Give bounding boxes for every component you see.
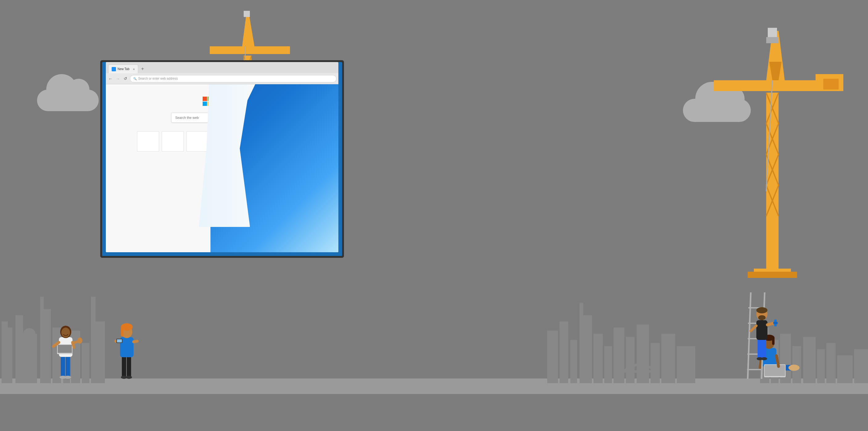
svg-rect-22 bbox=[626, 337, 634, 383]
svg-rect-95 bbox=[117, 339, 122, 342]
svg-rect-91 bbox=[121, 327, 123, 336]
svg-rect-60 bbox=[210, 46, 290, 54]
svg-point-99 bbox=[64, 376, 71, 379]
svg-rect-13 bbox=[23, 334, 35, 383]
svg-rect-97 bbox=[66, 356, 70, 377]
tab-label: New Tab bbox=[118, 67, 129, 71]
new-tab-button[interactable]: + bbox=[139, 65, 146, 73]
cloud-left bbox=[37, 89, 99, 111]
svg-point-79 bbox=[758, 315, 766, 320]
svg-rect-32 bbox=[803, 337, 815, 383]
svg-point-108 bbox=[78, 338, 82, 344]
svg-rect-16 bbox=[570, 340, 577, 383]
svg-rect-53 bbox=[768, 28, 777, 37]
svg-rect-36 bbox=[854, 349, 868, 383]
svg-line-93 bbox=[133, 341, 137, 342]
svg-rect-76 bbox=[756, 320, 768, 340]
svg-rect-2 bbox=[2, 321, 8, 383]
svg-rect-96 bbox=[61, 356, 65, 377]
address-bar-text: Search or enter web address bbox=[138, 77, 178, 80]
svg-rect-34 bbox=[826, 343, 836, 383]
person-photographer bbox=[113, 308, 144, 383]
svg-rect-73 bbox=[762, 339, 766, 359]
quick-link-3[interactable] bbox=[186, 131, 209, 151]
svg-point-87 bbox=[126, 376, 132, 379]
svg-rect-85 bbox=[127, 356, 131, 377]
quick-link-1[interactable] bbox=[137, 131, 159, 151]
svg-marker-61 bbox=[242, 16, 254, 46]
crane-right bbox=[714, 0, 843, 278]
svg-point-75 bbox=[761, 357, 767, 360]
svg-rect-51 bbox=[823, 79, 839, 89]
svg-rect-17 bbox=[580, 315, 592, 383]
svg-point-110 bbox=[788, 365, 800, 371]
svg-rect-33 bbox=[817, 349, 825, 383]
svg-rect-72 bbox=[757, 339, 762, 359]
person-with-laptop bbox=[48, 308, 85, 383]
svg-rect-1 bbox=[16, 315, 23, 383]
svg-rect-63 bbox=[244, 11, 250, 17]
ms-logo-red bbox=[203, 97, 207, 101]
ms-logo-blue bbox=[203, 102, 207, 106]
svg-rect-102 bbox=[58, 345, 72, 353]
svg-line-65 bbox=[748, 292, 751, 379]
edge-browser-icon bbox=[112, 67, 116, 71]
address-bar[interactable]: 🔍 Search or enter web address bbox=[130, 75, 337, 82]
svg-rect-54 bbox=[766, 37, 779, 43]
svg-rect-35 bbox=[837, 355, 852, 383]
browser-content-area: Microsoft bbox=[106, 84, 338, 252]
svg-line-83 bbox=[751, 326, 756, 331]
buildings-right bbox=[547, 284, 695, 383]
svg-rect-21 bbox=[614, 327, 624, 383]
forward-button[interactable]: → bbox=[115, 76, 121, 81]
person-on-ladder bbox=[742, 277, 779, 383]
svg-rect-14 bbox=[547, 331, 558, 383]
svg-rect-23 bbox=[637, 324, 649, 383]
svg-rect-84 bbox=[122, 356, 126, 377]
svg-rect-18 bbox=[580, 303, 583, 318]
svg-rect-19 bbox=[593, 334, 603, 383]
svg-rect-11 bbox=[91, 297, 96, 324]
svg-rect-26 bbox=[677, 346, 695, 383]
svg-rect-24 bbox=[651, 343, 660, 383]
svg-rect-20 bbox=[604, 346, 612, 383]
browser-mockup: New Tab × + ← → ↺ 🔍 Search or enter web … bbox=[100, 60, 344, 258]
svg-rect-82 bbox=[773, 322, 778, 324]
svg-rect-15 bbox=[560, 321, 568, 383]
browser-tab[interactable]: New Tab × bbox=[108, 64, 138, 73]
svg-rect-25 bbox=[661, 334, 675, 383]
quick-link-2[interactable] bbox=[162, 131, 184, 151]
svg-point-78 bbox=[756, 307, 768, 313]
svg-rect-5 bbox=[40, 297, 44, 315]
back-button[interactable]: ← bbox=[107, 76, 113, 81]
svg-point-106 bbox=[61, 327, 70, 338]
tab-close-button[interactable]: × bbox=[133, 67, 135, 71]
refresh-button[interactable]: ↺ bbox=[122, 76, 128, 81]
svg-rect-10 bbox=[91, 321, 105, 383]
svg-rect-27 bbox=[624, 370, 656, 373]
